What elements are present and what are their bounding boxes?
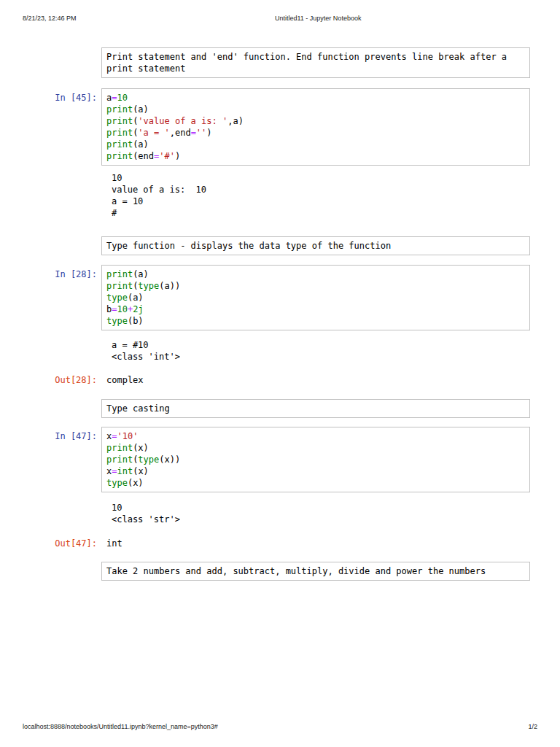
in-prompt: In [45]:: [0, 88, 97, 104]
code-cell: In [45]: a=10print(a)print('value of a i…: [0, 88, 560, 166]
output-line: a = #10: [112, 339, 560, 351]
markdown-cell: Print statement and 'end' function. End …: [0, 47, 560, 78]
code-line: print('value of a is: ',a): [106, 115, 525, 127]
markdown-cell: Type casting: [0, 399, 560, 418]
code-input-area: x='10'print(x)print(type(x))x=int(x)type…: [101, 427, 530, 492]
code-line: print(end='#'): [106, 150, 525, 162]
code-line: print(type(a)): [106, 280, 525, 292]
markdown-cell-text: Type casting: [101, 399, 530, 418]
cell-output: a = #10<class 'int'>: [106, 339, 560, 363]
prompt-spacer: [0, 399, 97, 403]
out-prompt: Out[28]:: [0, 374, 97, 386]
markdown-cell: Take 2 numbers and add, subtract, multip…: [0, 562, 560, 581]
page-number: 1/2: [528, 723, 537, 730]
code-line: type(b): [106, 315, 525, 327]
in-prompt: In [47]:: [0, 427, 97, 442]
code-cell: In [28]: print(a)print(type(a))type(a)b=…: [0, 265, 560, 330]
in-prompt: In [28]:: [0, 265, 97, 280]
output-line: <class 'str'>: [112, 514, 560, 525]
document-title: Untitled11 - Jupyter Notebook: [275, 15, 361, 22]
notebook-content: Print statement and 'end' function. End …: [0, 47, 560, 581]
output-line: 10: [112, 502, 560, 514]
output-line: 10: [112, 172, 560, 184]
code-line: print(a): [106, 139, 525, 150]
out-result-value: int: [101, 538, 122, 549]
markdown-cell: Type function - displays the data type o…: [0, 236, 560, 255]
out-prompt: Out[47]:: [0, 538, 97, 549]
code-line: x=int(x): [106, 465, 525, 477]
code-input-area: a=10print(a)print('value of a is: ',a)pr…: [101, 88, 530, 166]
markdown-cell-text: Take 2 numbers and add, subtract, multip…: [101, 562, 530, 581]
code-line: b=10+2j: [106, 303, 525, 315]
code-line: type(a): [106, 292, 525, 303]
code-cell: In [47]: x='10'print(x)print(type(x))x=i…: [0, 427, 560, 492]
out-result-row: Out[28]: complex: [0, 374, 560, 386]
prompt-spacer: [0, 47, 97, 51]
output-line: a = 10: [112, 196, 560, 207]
output-line: value of a is: 10: [112, 184, 560, 196]
markdown-cell-text: Type function - displays the data type o…: [101, 236, 530, 255]
code-line: type(x): [106, 477, 525, 489]
print-date: 8/21/23, 12:46 PM: [23, 15, 77, 22]
output-line: <class 'int'>: [112, 351, 560, 363]
code-line: x='10': [106, 430, 525, 442]
out-result-value: complex: [101, 374, 144, 386]
out-result-row: Out[47]: int: [0, 538, 560, 549]
output-line: #: [112, 207, 560, 219]
code-line: a=10: [106, 92, 525, 104]
cell-output: 10value of a is: 10a = 10#: [106, 172, 560, 219]
prompt-spacer: [0, 562, 97, 565]
code-input-area: print(a)print(type(a))type(a)b=10+2jtype…: [101, 265, 530, 330]
code-line: print(x): [106, 442, 525, 454]
code-line: print(a): [106, 104, 525, 115]
source-url: localhost:8888/notebooks/Untitled11.ipyn…: [23, 723, 218, 730]
code-line: print(a): [106, 268, 525, 280]
prompt-spacer: [0, 236, 97, 240]
markdown-cell-text: Print statement and 'end' function. End …: [101, 47, 530, 78]
code-line: print('a = ',end=''): [106, 127, 525, 139]
cell-output: 10<class 'str'>: [106, 502, 560, 525]
code-line: print(type(x)): [106, 454, 525, 465]
